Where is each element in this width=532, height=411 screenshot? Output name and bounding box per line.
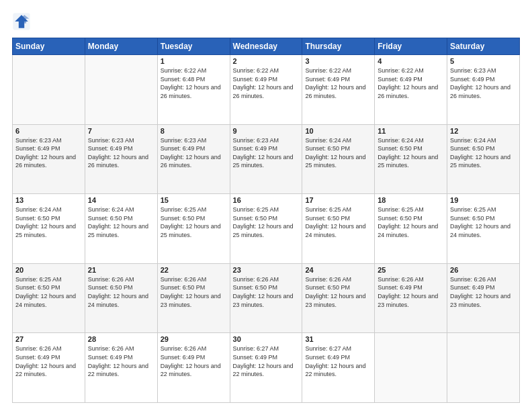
table-row: 10Sunrise: 6:24 AMSunset: 6:50 PMDayligh…	[302, 124, 375, 194]
table-row: 4Sunrise: 6:22 AMSunset: 6:49 PMDaylight…	[375, 55, 447, 125]
day-info: Sunrise: 6:25 AMSunset: 6:50 PMDaylight:…	[233, 205, 300, 239]
day-number: 8	[161, 127, 227, 135]
calendar-week-row: 1Sunrise: 6:22 AMSunset: 6:48 PMDaylight…	[13, 55, 520, 125]
calendar-table: Sunday Monday Tuesday Wednesday Thursday…	[12, 38, 520, 403]
col-wednesday: Wednesday	[230, 38, 302, 55]
calendar-week-row: 6Sunrise: 6:23 AMSunset: 6:49 PMDaylight…	[13, 124, 520, 194]
day-number: 9	[233, 127, 300, 135]
table-row: 20Sunrise: 6:25 AMSunset: 6:50 PMDayligh…	[13, 263, 85, 333]
day-number: 17	[305, 196, 371, 204]
table-row: 29Sunrise: 6:26 AMSunset: 6:49 PMDayligh…	[157, 333, 230, 403]
table-row: 22Sunrise: 6:26 AMSunset: 6:50 PMDayligh…	[157, 263, 230, 333]
table-row: 12Sunrise: 6:24 AMSunset: 6:50 PMDayligh…	[447, 124, 520, 194]
day-info: Sunrise: 6:22 AMSunset: 6:49 PMDaylight:…	[378, 66, 444, 100]
table-row: 27Sunrise: 6:26 AMSunset: 6:49 PMDayligh…	[13, 333, 85, 403]
day-info: Sunrise: 6:26 AMSunset: 6:49 PMDaylight:…	[161, 345, 227, 378]
day-info: Sunrise: 6:24 AMSunset: 6:50 PMDaylight:…	[305, 136, 371, 170]
col-monday: Monday	[85, 38, 157, 55]
table-row: 23Sunrise: 6:26 AMSunset: 6:50 PMDayligh…	[230, 263, 302, 333]
table-row: 24Sunrise: 6:26 AMSunset: 6:50 PMDayligh…	[302, 263, 375, 333]
table-row: 13Sunrise: 6:24 AMSunset: 6:50 PMDayligh…	[13, 194, 85, 264]
logo	[12, 12, 34, 31]
day-info: Sunrise: 6:27 AMSunset: 6:49 PMDaylight:…	[305, 345, 371, 378]
day-info: Sunrise: 6:26 AMSunset: 6:50 PMDaylight:…	[305, 275, 371, 309]
table-row: 9Sunrise: 6:23 AMSunset: 6:49 PMDaylight…	[230, 124, 302, 194]
table-row: 30Sunrise: 6:27 AMSunset: 6:49 PMDayligh…	[230, 333, 302, 403]
header	[12, 12, 520, 31]
calendar-week-row: 27Sunrise: 6:26 AMSunset: 6:49 PMDayligh…	[13, 333, 520, 403]
day-number: 7	[88, 127, 154, 135]
day-info: Sunrise: 6:25 AMSunset: 6:50 PMDaylight:…	[378, 205, 444, 239]
day-number: 23	[233, 266, 300, 274]
day-info: Sunrise: 6:26 AMSunset: 6:49 PMDaylight:…	[450, 275, 517, 309]
day-number: 30	[233, 335, 300, 343]
day-number: 18	[378, 196, 444, 204]
day-info: Sunrise: 6:24 AMSunset: 6:50 PMDaylight:…	[88, 205, 154, 239]
table-row: 26Sunrise: 6:26 AMSunset: 6:49 PMDayligh…	[447, 263, 520, 333]
table-row: 3Sunrise: 6:22 AMSunset: 6:49 PMDaylight…	[302, 55, 375, 125]
day-info: Sunrise: 6:23 AMSunset: 6:49 PMDaylight:…	[450, 66, 517, 100]
table-row: 21Sunrise: 6:26 AMSunset: 6:50 PMDayligh…	[85, 263, 157, 333]
table-row: 2Sunrise: 6:22 AMSunset: 6:49 PMDaylight…	[230, 55, 302, 125]
calendar-week-row: 20Sunrise: 6:25 AMSunset: 6:50 PMDayligh…	[13, 263, 520, 333]
day-info: Sunrise: 6:25 AMSunset: 6:50 PMDaylight:…	[305, 205, 371, 239]
table-row: 19Sunrise: 6:25 AMSunset: 6:50 PMDayligh…	[447, 194, 520, 264]
day-number: 2	[233, 57, 300, 65]
col-sunday: Sunday	[13, 38, 85, 55]
table-row: 31Sunrise: 6:27 AMSunset: 6:49 PMDayligh…	[302, 333, 375, 403]
calendar-week-row: 13Sunrise: 6:24 AMSunset: 6:50 PMDayligh…	[13, 194, 520, 264]
table-row: 6Sunrise: 6:23 AMSunset: 6:49 PMDaylight…	[13, 124, 85, 194]
day-number: 11	[378, 127, 444, 135]
table-row: 5Sunrise: 6:23 AMSunset: 6:49 PMDaylight…	[447, 55, 520, 125]
table-row: 1Sunrise: 6:22 AMSunset: 6:48 PMDaylight…	[157, 55, 230, 125]
day-number: 6	[15, 127, 82, 135]
day-info: Sunrise: 6:26 AMSunset: 6:50 PMDaylight:…	[161, 275, 227, 309]
day-info: Sunrise: 6:26 AMSunset: 6:49 PMDaylight:…	[15, 345, 82, 378]
day-number: 1	[161, 57, 227, 65]
day-info: Sunrise: 6:23 AMSunset: 6:49 PMDaylight:…	[88, 136, 154, 170]
day-number: 3	[305, 57, 371, 65]
page: Sunday Monday Tuesday Wednesday Thursday…	[0, 0, 532, 411]
day-info: Sunrise: 6:26 AMSunset: 6:50 PMDaylight:…	[233, 275, 300, 309]
day-number: 4	[378, 57, 444, 65]
table-row: 8Sunrise: 6:23 AMSunset: 6:49 PMDaylight…	[157, 124, 230, 194]
day-number: 29	[161, 335, 227, 343]
day-info: Sunrise: 6:22 AMSunset: 6:48 PMDaylight:…	[161, 66, 227, 100]
table-row: 7Sunrise: 6:23 AMSunset: 6:49 PMDaylight…	[85, 124, 157, 194]
day-number: 5	[450, 57, 517, 65]
day-number: 13	[15, 196, 82, 204]
table-row: 16Sunrise: 6:25 AMSunset: 6:50 PMDayligh…	[230, 194, 302, 264]
logo-icon	[12, 12, 31, 31]
day-number: 24	[305, 266, 371, 274]
day-info: Sunrise: 6:22 AMSunset: 6:49 PMDaylight:…	[305, 66, 371, 100]
col-thursday: Thursday	[302, 38, 375, 55]
day-number: 21	[88, 266, 154, 274]
day-info: Sunrise: 6:23 AMSunset: 6:49 PMDaylight:…	[233, 136, 300, 170]
day-info: Sunrise: 6:25 AMSunset: 6:50 PMDaylight:…	[161, 205, 227, 239]
table-row	[85, 55, 157, 125]
day-number: 10	[305, 127, 371, 135]
day-info: Sunrise: 6:26 AMSunset: 6:49 PMDaylight:…	[378, 275, 444, 309]
day-number: 15	[161, 196, 227, 204]
table-row	[447, 333, 520, 403]
col-friday: Friday	[375, 38, 447, 55]
day-number: 28	[88, 335, 154, 343]
day-info: Sunrise: 6:23 AMSunset: 6:49 PMDaylight:…	[15, 136, 82, 170]
table-row: 25Sunrise: 6:26 AMSunset: 6:49 PMDayligh…	[375, 263, 447, 333]
table-row: 28Sunrise: 6:26 AMSunset: 6:49 PMDayligh…	[85, 333, 157, 403]
table-row: 14Sunrise: 6:24 AMSunset: 6:50 PMDayligh…	[85, 194, 157, 264]
day-info: Sunrise: 6:24 AMSunset: 6:50 PMDaylight:…	[15, 205, 82, 239]
day-number: 25	[378, 266, 444, 274]
table-row	[375, 333, 447, 403]
col-tuesday: Tuesday	[157, 38, 230, 55]
day-number: 19	[450, 196, 517, 204]
day-info: Sunrise: 6:22 AMSunset: 6:49 PMDaylight:…	[233, 66, 300, 100]
day-info: Sunrise: 6:26 AMSunset: 6:50 PMDaylight:…	[88, 275, 154, 309]
table-row: 18Sunrise: 6:25 AMSunset: 6:50 PMDayligh…	[375, 194, 447, 264]
day-number: 12	[450, 127, 517, 135]
table-row	[13, 55, 85, 125]
day-info: Sunrise: 6:24 AMSunset: 6:50 PMDaylight:…	[378, 136, 444, 170]
table-row: 15Sunrise: 6:25 AMSunset: 6:50 PMDayligh…	[157, 194, 230, 264]
table-row: 11Sunrise: 6:24 AMSunset: 6:50 PMDayligh…	[375, 124, 447, 194]
day-number: 22	[161, 266, 227, 274]
